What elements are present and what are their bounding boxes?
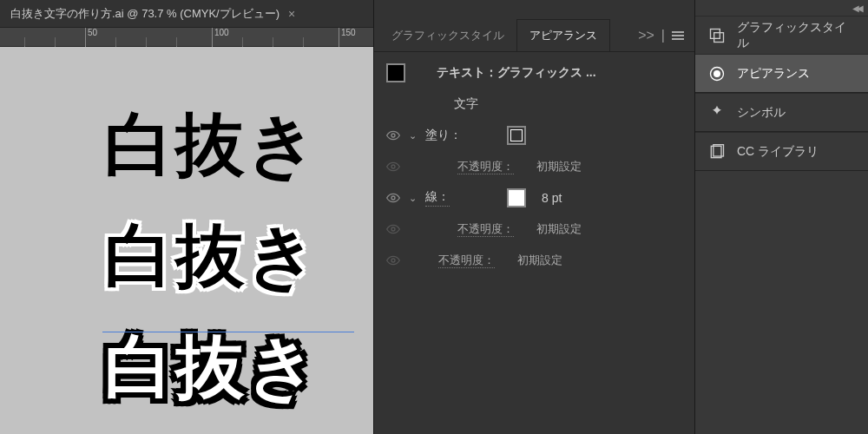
- close-icon[interactable]: ×: [288, 7, 295, 21]
- opacity-value[interactable]: 初期設定: [536, 221, 582, 237]
- panel-menu-icon[interactable]: [672, 31, 684, 40]
- symbols-icon: [707, 103, 727, 122]
- chevron-down-icon[interactable]: ⌄: [409, 130, 417, 141]
- tab-appearance[interactable]: アピアランス: [516, 19, 610, 51]
- stroke-label[interactable]: 線：: [425, 189, 450, 207]
- ruler-tick: 50: [85, 28, 97, 47]
- document-tab[interactable]: 白抜き文字の作り方.ai @ 73.7 % (CMYK/プレビュー) ×: [0, 0, 373, 28]
- opacity-label[interactable]: 不透明度：: [457, 160, 514, 174]
- characters-label: 文字: [454, 96, 478, 112]
- chevron-down-icon[interactable]: ⌄: [409, 193, 417, 204]
- fill-row[interactable]: ⌄ 塗り：: [374, 120, 694, 151]
- visibility-eye-icon[interactable]: [386, 128, 400, 142]
- opacity-value[interactable]: 初期設定: [536, 159, 582, 174]
- stroke-row[interactable]: ⌄ 線： 8 pt: [374, 182, 694, 214]
- sample-text-plain[interactable]: 白抜き: [104, 99, 373, 193]
- panel-dock: ◀◀ グラフィックスタイル アピアランス シンボル CC ライブラリ: [694, 0, 868, 434]
- svg-point-1: [391, 165, 395, 168]
- dock-label: CC ライブラリ: [737, 144, 819, 160]
- fill-label: 塗り：: [425, 128, 462, 143]
- canvas[interactable]: 白抜き 白抜き 白抜き: [0, 47, 373, 434]
- ruler-tick: 100: [212, 28, 229, 47]
- dock-symbols[interactable]: シンボル: [695, 93, 868, 131]
- dock-cc-libraries[interactable]: CC ライブラリ: [695, 132, 868, 170]
- sample-text-white-outline[interactable]: 白抜き: [104, 210, 373, 304]
- appearance-icon: [707, 64, 727, 83]
- target-name: グラフィックス ...: [497, 65, 596, 79]
- visibility-eye-icon[interactable]: [386, 191, 400, 205]
- opacity-value[interactable]: 初期設定: [517, 253, 562, 268]
- svg-point-8: [714, 70, 720, 76]
- stroke-weight[interactable]: 8 pt: [542, 191, 562, 205]
- target-swatch[interactable]: [386, 63, 405, 82]
- tab-graphic-styles[interactable]: グラフィックスタイル: [379, 20, 516, 51]
- dock-label: シンボル: [737, 105, 786, 121]
- appearance-body: テキスト：グラフィックス ... 文字 ⌄ 塗り： 不透明度： 初期設定 ⌄: [374, 52, 694, 281]
- stroke-opacity-row[interactable]: 不透明度： 初期設定: [374, 214, 694, 245]
- dock-label: グラフィックスタイル: [737, 20, 856, 51]
- panel-tabs: グラフィックスタイル アピアランス >> |: [374, 0, 694, 52]
- sample-text-black-outline[interactable]: 白抜き: [104, 321, 373, 415]
- libraries-icon: [707, 142, 727, 161]
- panel-overflow[interactable]: >> |: [638, 28, 689, 51]
- appearance-target-row[interactable]: テキスト：グラフィックス ...: [374, 57, 694, 89]
- fill-opacity-row[interactable]: 不透明度： 初期設定: [374, 151, 694, 182]
- document-area: 白抜き文字の作り方.ai @ 73.7 % (CMYK/プレビュー) × 50 …: [0, 0, 373, 434]
- svg-point-4: [391, 259, 395, 262]
- svg-rect-6: [713, 32, 723, 42]
- svg-point-2: [391, 196, 395, 200]
- characters-row[interactable]: 文字: [374, 89, 694, 120]
- visibility-eye-icon[interactable]: [386, 160, 400, 174]
- ruler-tick: 150: [339, 28, 356, 47]
- target-prefix: テキスト：: [437, 65, 497, 79]
- appearance-panel: グラフィックスタイル アピアランス >> | テキスト：グラフィックス ... …: [373, 0, 694, 434]
- overall-opacity-row[interactable]: 不透明度： 初期設定: [374, 245, 694, 276]
- document-title: 白抜き文字の作り方.ai @ 73.7 % (CMYK/プレビュー): [10, 6, 279, 22]
- chevron-left-icon: ◀◀: [852, 3, 861, 13]
- visibility-eye-icon[interactable]: [386, 222, 400, 236]
- svg-point-3: [391, 227, 395, 231]
- selection-baseline: [102, 332, 354, 332]
- svg-rect-5: [710, 29, 720, 38]
- svg-point-0: [391, 134, 395, 137]
- dock-graphic-styles[interactable]: グラフィックスタイル: [695, 16, 868, 54]
- more-label: >>: [638, 28, 654, 43]
- opacity-label[interactable]: 不透明度：: [457, 222, 514, 237]
- visibility-eye-icon[interactable]: [386, 253, 400, 267]
- fill-swatch[interactable]: [507, 126, 526, 145]
- graphic-styles-icon: [707, 26, 727, 45]
- horizontal-ruler[interactable]: 50 100 150: [0, 28, 373, 47]
- dock-collapse[interactable]: ◀◀: [695, 0, 868, 16]
- stroke-swatch[interactable]: [507, 188, 526, 207]
- dock-label: アピアランス: [737, 66, 810, 82]
- opacity-label[interactable]: 不透明度：: [438, 253, 495, 268]
- dock-appearance[interactable]: アピアランス: [695, 54, 868, 92]
